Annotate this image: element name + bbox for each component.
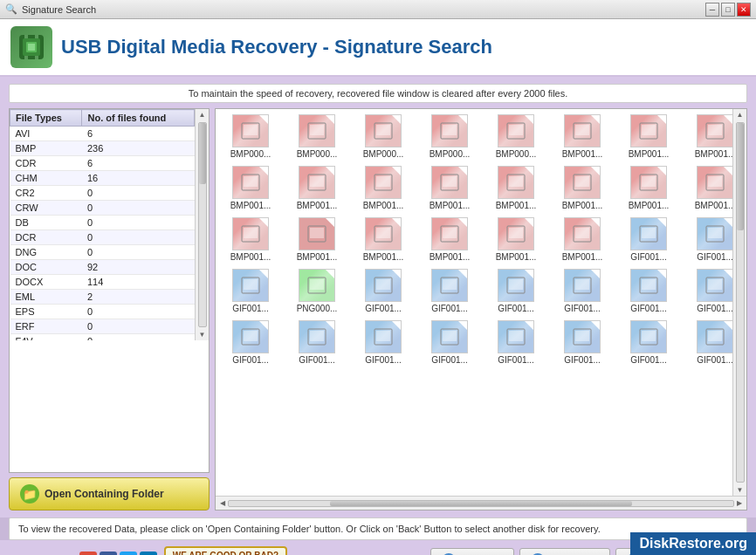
file-thumbnail: [630, 217, 667, 250]
list-item[interactable]: BMP001...: [287, 217, 347, 262]
file-icon: [439, 122, 460, 140]
file-label: BMP000...: [420, 149, 479, 159]
list-item[interactable]: GIF001...: [553, 269, 612, 313]
close-button[interactable]: ✕: [737, 3, 751, 17]
hscroll-right-arrow[interactable]: ▶: [734, 499, 745, 507]
facebook-icon[interactable]: f: [100, 552, 117, 556]
hscroll-left-arrow[interactable]: ◀: [217, 499, 228, 507]
files-vscroll-track[interactable]: [736, 122, 745, 483]
table-row[interactable]: DB0: [10, 216, 195, 230]
list-item[interactable]: BMP001...: [486, 166, 546, 210]
list-item[interactable]: GIF001...: [553, 320, 612, 365]
list-item[interactable]: GIF001...: [619, 217, 678, 262]
list-item[interactable]: BMP001...: [420, 166, 479, 210]
list-item[interactable]: GIF001...: [221, 269, 280, 313]
linkedin-icon[interactable]: in: [140, 552, 157, 556]
list-item[interactable]: PNG000...: [287, 269, 347, 313]
list-item[interactable]: BMP001...: [685, 166, 732, 210]
table-row[interactable]: CHM16: [10, 171, 195, 186]
files-vscroll-up[interactable]: ▲: [735, 109, 746, 120]
list-item[interactable]: GIF001...: [685, 269, 732, 313]
list-item[interactable]: GIF001...: [354, 269, 413, 313]
hscroll-thumb[interactable]: [330, 501, 633, 506]
maximize-button[interactable]: □: [721, 3, 735, 17]
folder-icon: 📁: [20, 484, 39, 504]
vscroll-down-arrow[interactable]: ▼: [197, 329, 208, 340]
files-row: BMP001... BMP001...: [221, 166, 727, 210]
open-folder-button[interactable]: 📁 Open Containing Folder: [9, 477, 210, 510]
file-icon: [638, 225, 659, 243]
files-hscrollbar[interactable]: ◀ ▶: [216, 496, 746, 510]
list-item[interactable]: GIF001...: [287, 320, 347, 365]
list-item[interactable]: BMP001...: [354, 166, 413, 210]
table-row[interactable]: ERF0: [10, 319, 195, 334]
rate-badge[interactable]: WE ARE GOOD OR BAD? LET OTHERS KNOW...: [164, 546, 287, 556]
vscroll-track[interactable]: [198, 122, 207, 327]
files-vscroll-down[interactable]: ▼: [735, 484, 746, 496]
list-item[interactable]: GIF001...: [685, 217, 732, 262]
list-item[interactable]: BMP001...: [420, 217, 479, 262]
list-item[interactable]: BMP000...: [221, 114, 280, 159]
list-item[interactable]: GIF001...: [420, 320, 479, 365]
list-item[interactable]: BMP001...: [287, 166, 347, 210]
list-item[interactable]: BMP000...: [486, 114, 546, 159]
file-label: BMP001...: [619, 201, 678, 210]
files-grid-scroll[interactable]: BMP000... BMP000...: [216, 109, 732, 377]
list-item[interactable]: GIF001...: [486, 320, 546, 365]
table-row[interactable]: CR20: [10, 186, 195, 201]
list-item[interactable]: GIF001...: [221, 320, 280, 365]
list-item[interactable]: BMP000...: [420, 114, 479, 159]
table-row[interactable]: CRW0: [10, 201, 195, 216]
file-label: BMP001...: [420, 252, 479, 262]
list-item[interactable]: BMP000...: [354, 114, 413, 159]
minimize-button[interactable]: ─: [705, 3, 719, 17]
list-item[interactable]: BMP001...: [619, 166, 678, 210]
list-item[interactable]: GIF001...: [685, 320, 732, 365]
list-item[interactable]: GIF001...: [354, 320, 413, 365]
need-help-button[interactable]: ? Need Help: [519, 548, 610, 556]
vscroll-up-arrow[interactable]: ▲: [197, 109, 208, 120]
list-item[interactable]: GIF001...: [420, 269, 479, 313]
list-item[interactable]: GIF001...: [619, 269, 678, 313]
list-item[interactable]: BMP001...: [685, 114, 732, 159]
hscroll-track[interactable]: [228, 500, 734, 507]
about-us-button[interactable]: i About Us: [430, 548, 514, 556]
table-row[interactable]: AVI6: [10, 127, 195, 141]
file-icon: [306, 122, 327, 140]
table-row[interactable]: CDR6: [10, 156, 195, 171]
file-thumbnail: [431, 269, 468, 302]
file-icon: [439, 174, 460, 191]
list-item[interactable]: BMP001...: [221, 217, 280, 262]
file-table-vscrollbar[interactable]: ▲ ▼: [195, 109, 209, 340]
list-item[interactable]: BMP001...: [553, 166, 612, 210]
table-row[interactable]: DNG0: [10, 245, 195, 260]
file-thumbnail: [498, 269, 534, 302]
file-thumbnail: [232, 320, 269, 353]
table-row[interactable]: F4V0: [10, 334, 195, 341]
list-item[interactable]: GIF001...: [486, 269, 546, 313]
table-row[interactable]: EPS0: [10, 305, 195, 319]
file-label: GIF001...: [685, 252, 732, 262]
vscroll-thumb[interactable]: [199, 123, 206, 184]
svg-rect-89: [509, 331, 523, 341]
list-item[interactable]: BMP001...: [553, 217, 612, 262]
list-item[interactable]: BMP001...: [619, 114, 678, 159]
table-row[interactable]: EML2: [10, 290, 195, 305]
table-row[interactable]: DOC92: [10, 260, 195, 275]
title-bar-icon: 🔍: [5, 3, 17, 15]
table-row[interactable]: DCR0: [10, 230, 195, 245]
list-item[interactable]: BMP001...: [553, 114, 612, 159]
list-item[interactable]: BMP001...: [486, 217, 546, 262]
google-plus-icon[interactable]: G+: [79, 552, 97, 556]
list-item[interactable]: BMP001...: [221, 166, 280, 210]
list-item[interactable]: BMP000...: [287, 114, 347, 159]
table-row[interactable]: DOCX114: [10, 275, 195, 290]
files-vscroll-thumb[interactable]: [737, 123, 744, 230]
svg-rect-53: [509, 228, 523, 238]
list-item[interactable]: GIF001...: [619, 320, 678, 365]
table-row[interactable]: BMP236: [10, 141, 195, 156]
files-vscrollbar[interactable]: ▲ ▼: [732, 109, 746, 496]
list-item[interactable]: BMP001...: [354, 217, 413, 262]
twitter-icon[interactable]: t: [120, 552, 137, 556]
file-thumbnail: [697, 320, 732, 353]
